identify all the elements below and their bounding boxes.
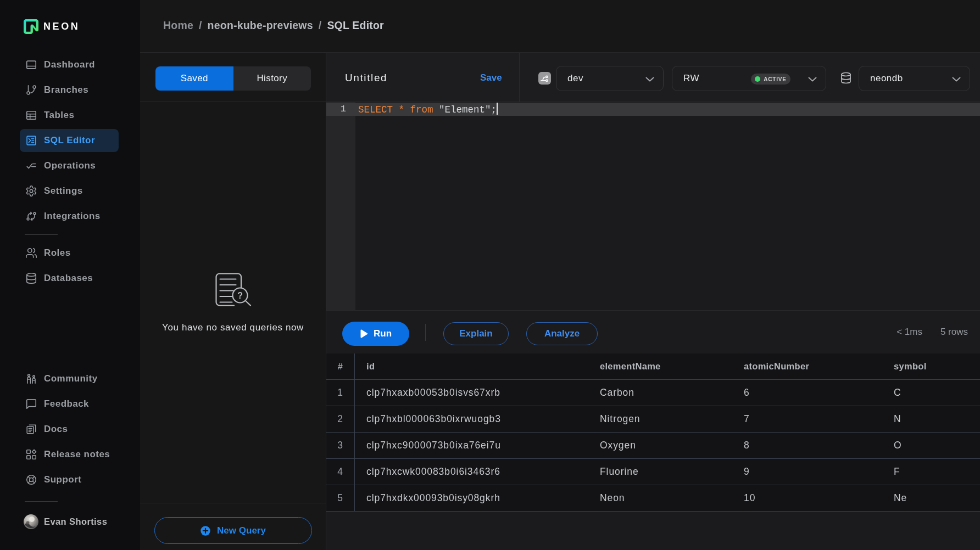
svg-text:?: ?	[237, 290, 243, 300]
